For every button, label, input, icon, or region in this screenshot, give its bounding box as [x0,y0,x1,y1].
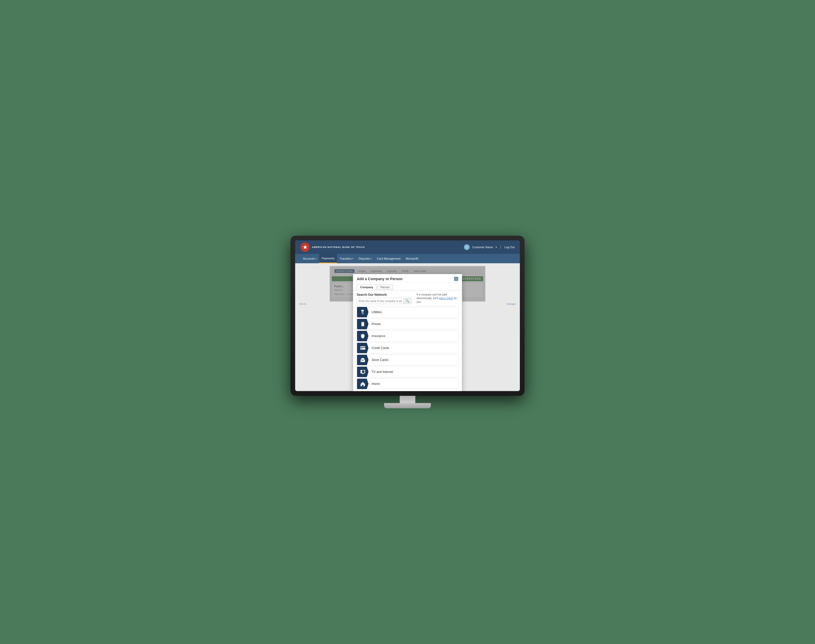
svg-point-6 [361,360,363,361]
modal-close-button[interactable]: × [454,277,458,281]
bank-header: ★ AMERICAN NATIONAL BANK OF TEXAS C Cust… [295,241,520,254]
bank-logo-icon: ★ [300,242,310,252]
svg-rect-9 [362,371,364,373]
nav-item-deposits[interactable]: Deposits ▾ [356,254,374,263]
modal-title: Add a Company or Person [357,277,403,281]
monitor-shell: ★ AMERICAN NATIONAL BANK OF TEXAS C Cust… [291,236,524,408]
footer-view: View th... [299,303,308,305]
tv-internet-label: TV and Internet [369,370,396,374]
home-icon [357,379,369,389]
nav-item-payments[interactable]: Payments [319,254,337,263]
category-list: Utilities [353,307,462,391]
search-left: Search Our Network 🔍 [357,293,411,304]
category-store-cards[interactable]: Store Cards [357,354,458,365]
nav-item-moneyhd[interactable]: MoneyHD [403,254,421,263]
nav-item-transfers[interactable]: Transfers ▾ [337,254,356,263]
monitor-stand-wrap [291,396,524,403]
category-tv-internet[interactable]: TV and Internet [357,366,458,377]
home-label: Home [369,382,383,386]
category-utilities[interactable]: Utilities [357,307,458,317]
category-phone[interactable]: Phone [357,319,458,330]
credit-cards-icon [357,343,369,353]
utilities-icon [357,307,369,317]
nav-bar: Accounts ▾ Payments Transfers ▾ Deposits… [295,254,520,263]
modal-tabs: Company Person [353,283,462,290]
bank-logo-area: ★ AMERICAN NATIONAL BANK OF TEXAS [300,242,365,252]
screen-bezel: ★ AMERICAN NATIONAL BANK OF TEXAS C Cust… [295,241,520,391]
tab-company[interactable]: Company [357,284,377,290]
nav-dropdown-icon-deposits: ▾ [371,258,372,260]
insurance-label: Insurance [369,334,389,338]
svg-rect-4 [360,347,365,348]
monitor-base [384,403,431,408]
search-section: Search Our Network 🔍 If a company can't … [353,290,462,307]
insurance-icon [357,331,369,341]
tab-person[interactable]: Person [377,284,393,290]
header-right: C Customer Name ▾ Log Out [464,244,515,250]
nav-item-accounts[interactable]: Accounts ▾ [300,254,319,263]
category-insurance[interactable]: Insurance [357,331,458,342]
category-home[interactable]: Home [357,379,458,389]
nav-item-card-management[interactable]: Card Management [374,254,403,263]
nav-dropdown-icon-accounts: ▾ [315,258,317,260]
customer-dropdown-icon[interactable]: ▾ [496,246,497,248]
phone-label: Phone [369,322,384,326]
utilities-label: Utilities [369,310,385,314]
modal-overlay: Add a Company or Person × Company Person [330,266,485,302]
star-icon: ★ [303,244,308,250]
svg-point-10 [361,371,361,372]
phone-icon [357,319,369,329]
screen-content: ★ AMERICAN NATIONAL BANK OF TEXAS C Cust… [295,241,520,391]
svg-point-1 [363,325,363,326]
search-input-wrap: 🔍 [357,298,411,304]
logout-button[interactable]: Log Out [504,245,515,249]
nav-dropdown-icon-transfers: ▾ [352,258,354,260]
modal-add-company: Add a Company or Person × Company Person [353,274,462,391]
svg-rect-5 [361,348,362,349]
monitor-body: ★ AMERICAN NATIONAL BANK OF TEXAS C Cust… [291,236,524,396]
search-input[interactable] [357,299,403,304]
monitor-base-wrap [291,403,524,408]
customer-name-label[interactable]: Customer Name [472,245,493,249]
bg-page: Payment Center Activity Popmoney Account… [295,263,520,391]
bank-name: AMERICAN NATIONAL BANK OF TEXAS [312,246,365,248]
bg-inner: Payment Center Activity Popmoney Account… [329,266,486,302]
footer-messages[interactable]: Messages [507,303,516,305]
monitor-neck [400,396,415,403]
avatar: C [464,244,470,250]
svg-rect-8 [362,373,364,374]
tv-internet-icon [357,367,369,377]
mail-check-link[interactable]: mail a check [439,297,453,300]
search-heading: Search Our Network [357,293,411,296]
search-help-text: If a company can't be paid electronicall… [417,293,458,304]
store-cards-label: Store Cards [369,358,391,362]
search-button[interactable]: 🔍 [403,298,411,304]
credit-cards-label: Credit Cards [369,346,392,350]
category-credit-cards[interactable]: Credit Cards [357,342,458,353]
modal-header: Add a Company or Person × [353,274,462,283]
store-cards-icon [357,355,369,365]
